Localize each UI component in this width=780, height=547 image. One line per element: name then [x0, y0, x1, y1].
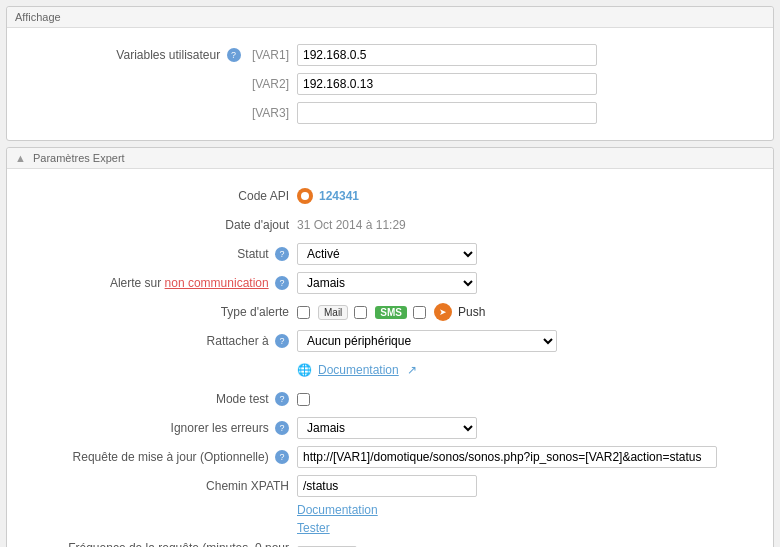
type-alerte-label: Type d'alerte — [7, 304, 297, 321]
requete-input[interactable] — [297, 446, 717, 468]
chemin-label: Chemin XPATH — [7, 478, 297, 495]
affichage-title: Affichage — [15, 11, 61, 23]
ignorer-row: Ignorer les erreurs ? Jamais Toujours — [7, 416, 773, 440]
sms-badge: SMS — [375, 306, 407, 319]
code-api-control: 124341 — [297, 188, 773, 204]
ignorer-help-icon[interactable]: ? — [275, 421, 289, 435]
doc-tester-control: Documentation Tester — [297, 503, 773, 535]
statut-label: Statut ? — [7, 246, 297, 263]
statut-control: Activé Désactivé — [297, 243, 773, 265]
mode-test-label: Mode test ? — [7, 391, 297, 408]
doc-tester-row: Documentation Tester — [7, 503, 773, 535]
params-expert-header: ▲ Paramètres Expert — [7, 148, 773, 169]
requete-label: Requête de mise à jour (Optionnelle) ? — [7, 449, 297, 466]
date-ajout-label: Date d'ajout — [7, 217, 297, 234]
external-link-icon: ↗ — [407, 363, 417, 377]
collapse-arrow[interactable]: ▲ — [15, 152, 26, 164]
code-api-row: Code API 124341 — [7, 184, 773, 208]
affichage-section: Affichage Variables utilisateur ? [VAR1]… — [6, 6, 774, 141]
sms-checkbox[interactable] — [354, 306, 367, 319]
push-checkbox[interactable] — [413, 306, 426, 319]
documentation-control: 🌐 Documentation ↗ — [297, 363, 773, 377]
alerte-row: Alerte sur non communication ? Jamais To… — [7, 271, 773, 295]
var2-label: [VAR2] — [252, 77, 289, 91]
mode-test-control — [297, 393, 773, 406]
ignorer-control: Jamais Toujours — [297, 417, 773, 439]
var1-label: [VAR1] — [252, 48, 289, 62]
documentation-row: 🌐 Documentation ↗ — [7, 358, 773, 382]
params-expert-section: ▲ Paramètres Expert Code API 124341 Date… — [6, 147, 774, 547]
var3-label: [VAR3] — [252, 106, 289, 120]
params-expert-content: Code API 124341 Date d'ajout 31 Oct 2014… — [7, 169, 773, 547]
var1-row: Variables utilisateur ? [VAR1] — [7, 43, 773, 67]
var2-control — [297, 73, 773, 95]
statut-help-icon[interactable]: ? — [275, 247, 289, 261]
var2-row: [VAR2] — [7, 72, 773, 96]
alerte-label2: non communication — [165, 276, 269, 290]
chemin-control — [297, 475, 773, 497]
mode-test-row: Mode test ? — [7, 387, 773, 411]
chemin-row: Chemin XPATH — [7, 474, 773, 498]
mode-test-help-icon[interactable]: ? — [275, 392, 289, 406]
frequence-row: Fréquence de la requête (minutes, 0 pour… — [7, 540, 773, 547]
code-api-label: Code API — [7, 188, 297, 205]
rattacher-help-icon[interactable]: ? — [275, 334, 289, 348]
var1-input[interactable] — [297, 44, 597, 66]
ignorer-select[interactable]: Jamais Toujours — [297, 417, 477, 439]
requete-control — [297, 446, 773, 468]
var3-label-cell: [VAR3] — [7, 105, 297, 122]
api-icon — [297, 188, 313, 204]
doc-tester-documentation-link[interactable]: Documentation — [297, 503, 378, 517]
affichage-header: Affichage — [7, 7, 773, 28]
affichage-content: Variables utilisateur ? [VAR1] [VAR2] [V… — [7, 28, 773, 140]
rattacher-row: Rattacher à ? Aucun périphérique — [7, 329, 773, 353]
alerte-select[interactable]: Jamais Toujours — [297, 272, 477, 294]
mail-checkbox[interactable] — [297, 306, 310, 319]
variables-help-icon[interactable]: ? — [227, 48, 241, 62]
var2-input[interactable] — [297, 73, 597, 95]
tester-link[interactable]: Tester — [297, 521, 330, 535]
ignorer-label: Ignorer les erreurs ? — [7, 420, 297, 437]
var2-label-cell: [VAR2] — [7, 76, 297, 93]
alerte-control: Jamais Toujours — [297, 272, 773, 294]
var3-row: [VAR3] — [7, 101, 773, 125]
push-label: Push — [458, 305, 485, 319]
api-code-value: 124341 — [319, 189, 359, 203]
documentation-link[interactable]: Documentation — [318, 363, 399, 377]
var1-control — [297, 44, 773, 66]
requete-row: Requête de mise à jour (Optionnelle) ? — [7, 445, 773, 469]
type-alerte-control: Mail SMS ➤ Push — [297, 303, 773, 321]
requete-help-icon[interactable]: ? — [275, 450, 289, 464]
rattacher-select[interactable]: Aucun périphérique — [297, 330, 557, 352]
mode-test-checkbox[interactable] — [297, 393, 310, 406]
alerte-help-icon[interactable]: ? — [275, 276, 289, 290]
type-alerte-row: Type d'alerte Mail SMS ➤ Push — [7, 300, 773, 324]
var3-control — [297, 102, 773, 124]
params-expert-title: Paramètres Expert — [33, 152, 125, 164]
mail-badge: Mail — [318, 305, 348, 320]
date-ajout-value: 31 Oct 2014 à 11:29 — [297, 218, 406, 232]
rattacher-control: Aucun périphérique — [297, 330, 773, 352]
alerte-label: Alerte sur non communication ? — [7, 275, 297, 292]
date-ajout-row: Date d'ajout 31 Oct 2014 à 11:29 — [7, 213, 773, 237]
variables-label: Variables utilisateur ? [VAR1] — [7, 47, 297, 64]
statut-select[interactable]: Activé Désactivé — [297, 243, 477, 265]
push-icon: ➤ — [434, 303, 452, 321]
rattacher-label: Rattacher à ? — [7, 333, 297, 350]
var3-input[interactable] — [297, 102, 597, 124]
doc-globe-icon: 🌐 — [297, 363, 312, 377]
date-ajout-control: 31 Oct 2014 à 11:29 — [297, 218, 773, 232]
chemin-input[interactable] — [297, 475, 477, 497]
statut-row: Statut ? Activé Désactivé — [7, 242, 773, 266]
frequence-label: Fréquence de la requête (minutes, 0 pour… — [7, 540, 297, 547]
